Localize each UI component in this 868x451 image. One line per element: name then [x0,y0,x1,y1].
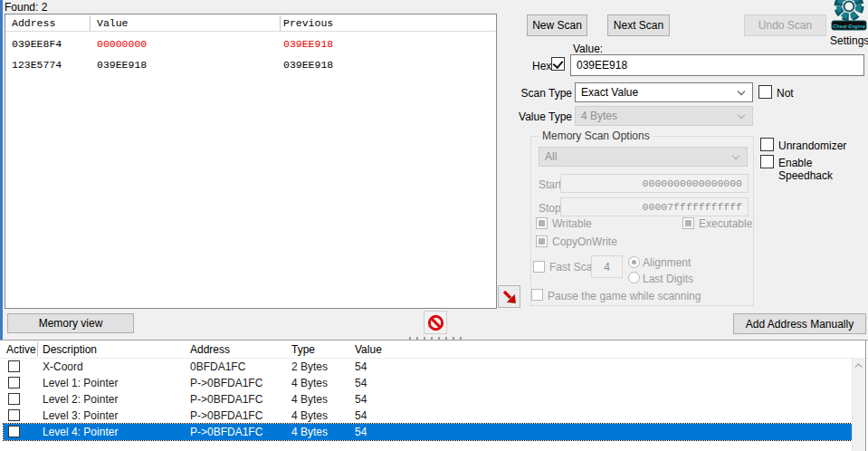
row-description: Level 2: Pointer [43,393,118,406]
chevron-down-icon [738,88,745,95]
row-address: P->0BFDA1FC [190,409,262,422]
column-header-address[interactable]: Address [12,17,55,29]
table-row[interactable]: X-Coord 0BFDA1FC 2 Bytes 54 [4,359,852,375]
stop-label: Stop [539,202,561,215]
row-type: 4 Bytes [291,377,328,389]
value-type-combo: 4 Bytes [575,106,753,126]
executable-label: Executable [699,217,752,230]
copyonwrite-checkbox[interactable] [536,235,548,247]
table-row-selected[interactable]: Level 4: Pointer P->0BFDA1FC 4 Bytes 54 [4,424,852,440]
found-previous: 039EE918 [283,59,333,71]
column-header-address[interactable]: Address [190,343,230,356]
no-entry-icon [427,314,444,331]
column-header-value[interactable]: Value [97,17,129,29]
no-process-button[interactable] [424,311,447,334]
scan-type-label: Scan Type [507,87,572,100]
column-header-type[interactable]: Type [291,343,315,356]
hex-checkbox[interactable] [551,57,565,71]
column-header-value[interactable]: Value [355,343,382,356]
row-description: Level 3: Pointer [43,409,118,422]
unrandomizer-label: Unrandomizer [778,139,846,152]
column-header-previous[interactable]: Previous [283,17,333,29]
hex-label: Hex [532,60,551,72]
copyonwrite-label: CopyOnWrite [552,235,617,248]
scan-type-combo[interactable]: Exact Value [575,82,753,102]
active-checkbox[interactable] [8,393,20,405]
writable-checkbox[interactable] [536,217,548,229]
window-right-border [865,341,866,451]
unrandomizer-checkbox[interactable] [760,138,774,151]
cheat-engine-window: Found: 2 Address Value Previous 039EE8F4… [0,0,868,451]
pause-while-scanning-checkbox [531,289,543,301]
row-description: X-Coord [43,360,83,373]
table-row[interactable]: Level 2: Pointer P->0BFDA1FC 4 Bytes 54 [4,391,852,408]
active-checkbox[interactable] [8,360,20,372]
row-type: 4 Bytes [291,409,328,422]
start-address-input [560,174,749,193]
last-digits-label: Last Digits [643,273,693,285]
active-checkbox[interactable] [8,409,20,421]
undo-scan-button: Undo Scan [744,14,826,36]
table-row[interactable]: Level 3: Pointer P->0BFDA1FC 4 Bytes 54 [4,408,852,424]
settings-label[interactable]: Settings [830,34,868,47]
found-value: 00000000 [97,38,147,50]
active-checkbox[interactable] [8,377,20,389]
add-address-manually-button[interactable]: Add Address Manually [733,313,866,334]
next-scan-button[interactable]: Next Scan [607,14,670,36]
new-scan-button[interactable]: New Scan [527,14,587,36]
value-label: Value: [573,43,603,55]
memory-scan-options-group: Memory Scan Options All Start Stop Writa… [530,136,754,306]
found-previous: 039EE918 [283,38,333,50]
not-checkbox[interactable] [758,85,772,99]
column-header-description[interactable]: Description [43,343,97,356]
found-list-header: Address Value Previous [5,14,496,32]
not-label: Not [777,87,794,100]
row-type: 4 Bytes [291,393,328,406]
scan-type-value: Exact Value [581,86,638,99]
active-checkbox[interactable] [8,426,20,437]
alignment-label: Alignment [643,256,691,269]
alignment-radio [628,256,640,268]
found-row[interactable]: 123E5774 039EE918 039EE918 [5,59,496,77]
gear-logo-icon: Cheat Engine [829,0,867,32]
column-header-active[interactable]: Active [6,343,36,356]
scroll-up-button[interactable] [853,358,866,373]
found-row[interactable]: 039EE8F4 00000000 039EE918 [5,38,496,56]
row-type: 2 Bytes [291,360,328,373]
row-value: 54 [355,409,367,422]
row-value: 54 [355,360,367,373]
add-selected-to-list-button[interactable] [498,285,520,308]
red-arrow-icon [501,289,517,304]
row-type: 4 Bytes [291,426,328,438]
address-list-panel: Active Description Address Type Value X-… [0,341,868,451]
row-address: P->0BFDA1FC [190,393,262,406]
pause-while-scanning-label: Pause the game while scanning [548,290,701,302]
row-value: 54 [355,377,367,389]
row-address: 0BFDA1FC [190,360,245,373]
value-input[interactable] [570,54,864,76]
enable-speedhack-label: Enable Speedhack [778,157,868,182]
column-divider[interactable] [90,15,91,31]
chevron-down-icon [732,152,739,159]
column-divider[interactable] [37,342,38,357]
table-row[interactable]: Level 1: Pointer P->0BFDA1FC 4 Bytes 54 [4,375,852,391]
enable-speedhack-checkbox[interactable] [760,155,774,168]
executable-checkbox[interactable] [682,217,694,229]
vertical-scrollbar[interactable] [852,358,865,451]
row-value: 54 [355,426,367,438]
value-type-label: Value Type [503,110,572,123]
cheat-engine-logo[interactable]: Cheat Engine [829,0,867,32]
scan-region-value: All [545,150,557,163]
column-divider[interactable] [280,15,281,31]
start-label: Start [539,178,561,191]
scan-region-combo: All [539,147,748,167]
memory-view-button[interactable]: Memory view [7,313,134,333]
found-count-label: Found: 2 [5,1,47,14]
chevron-down-icon [738,111,745,119]
value-type-value: 4 Bytes [581,110,617,122]
found-address: 039EE8F4 [12,38,62,50]
last-digits-radio [628,272,640,283]
address-table-header: Active Description Address Type Value [0,341,868,359]
found-address-list[interactable]: Address Value Previous 039EE8F4 00000000… [5,14,497,309]
row-address: P->0BFDA1FC [190,426,262,438]
